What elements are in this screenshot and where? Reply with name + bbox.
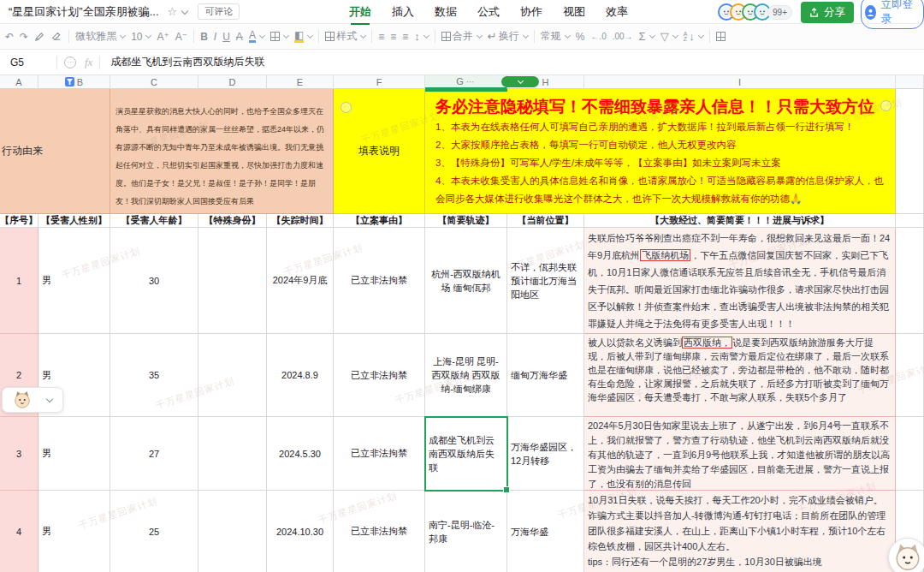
cell-special[interactable] bbox=[198, 417, 267, 491]
cell-intro-text[interactable]: 演员星星获救的消息大快人心的同时，也给予全国众多埋灭在角落中、具有同样遭遇的家属… bbox=[110, 89, 334, 214]
cell-detail[interactable]: 10月31日失联，说每天挨打，每天工作20小时，完不成业绩会被销户。诈骗方式主要… bbox=[584, 491, 896, 572]
menu-efficiency[interactable]: 效率 bbox=[606, 4, 628, 20]
collaborator-cursor-avatar[interactable] bbox=[888, 538, 924, 572]
cell-empty[interactable] bbox=[896, 334, 924, 417]
cell-route-selected[interactable]: 成都坐飞机到云南西双版纳后失联 bbox=[425, 417, 507, 491]
comment-marker-icon[interactable]: ⋯ bbox=[880, 100, 891, 111]
sort-button[interactable]: AZ↓ bbox=[684, 30, 703, 43]
field-header-special[interactable]: 【特殊身份】 bbox=[198, 214, 267, 228]
percent-format-button[interactable]: % bbox=[576, 31, 585, 43]
column-header-b[interactable]: B bbox=[38, 75, 110, 89]
column-header-d[interactable]: D bbox=[198, 75, 267, 89]
cell-reference-box[interactable]: G5 bbox=[10, 57, 50, 69]
field-header-location[interactable]: 【当前位置】 bbox=[507, 214, 584, 228]
bold-button[interactable]: B bbox=[200, 31, 208, 43]
cell-serial[interactable]: 3 bbox=[0, 417, 38, 491]
align-left-button[interactable]: ≡ bbox=[378, 31, 384, 43]
column-header-f[interactable]: F bbox=[334, 75, 425, 89]
menu-formula[interactable]: 公式 bbox=[477, 4, 500, 20]
cell-gender[interactable]: 男 bbox=[38, 491, 110, 572]
cell-age[interactable]: 27 bbox=[110, 417, 198, 491]
decrease-decimal-button[interactable]: ←.0 bbox=[590, 32, 606, 41]
cell-missing-time[interactable]: 2024.10.30 bbox=[267, 491, 334, 572]
document-title[interactable]: “星星回家计划”全国亲朋被骗... bbox=[9, 4, 159, 20]
login-button[interactable]: 立即登录 bbox=[861, 0, 924, 29]
number-format-select[interactable]: 常规 bbox=[541, 29, 570, 44]
align-center-button[interactable]: ≡ bbox=[390, 31, 396, 43]
comment-icon[interactable]: ⋯ bbox=[64, 57, 76, 69]
cell-route[interactable]: 杭州-西双版纳机场 缅甸佤邦 bbox=[425, 228, 507, 334]
cell-age[interactable]: 35 bbox=[110, 334, 198, 417]
sum-button[interactable]: Σ bbox=[639, 30, 654, 43]
star-icon[interactable]: ☆ bbox=[168, 5, 178, 18]
collaborator-avatars[interactable]: 99+ bbox=[723, 3, 792, 21]
cell-location[interactable]: 万海华盛 bbox=[507, 491, 584, 572]
menu-view[interactable]: 视图 bbox=[563, 4, 585, 20]
column-header-g[interactable]: G⋯ bbox=[425, 75, 507, 89]
column-header-i[interactable]: I bbox=[584, 75, 896, 89]
cell-location[interactable]: 缅甸万海华盛 bbox=[507, 334, 584, 417]
cell-age[interactable]: 30 bbox=[110, 228, 198, 334]
cell-case-status[interactable]: 已立非法拘禁 bbox=[334, 228, 425, 334]
format-painter-button[interactable] bbox=[34, 31, 45, 42]
strikethrough-button[interactable]: A bbox=[236, 31, 243, 43]
cell-detail[interactable]: 失联后恰巧爷爷刚查出癌症不到一年寿命，很想救回来见这最后一面！24年9月底杭州飞… bbox=[584, 228, 896, 334]
collaborator-count[interactable]: 99+ bbox=[767, 5, 792, 20]
field-header-detail[interactable]: 【大致经过、简要简要！！！进展与诉求】 bbox=[584, 214, 896, 228]
cell-special[interactable] bbox=[198, 228, 267, 334]
italic-button[interactable]: I bbox=[214, 31, 216, 43]
font-name-select[interactable]: 微软雅黑 bbox=[75, 29, 125, 44]
field-header-case[interactable]: 【立案事由】 bbox=[334, 214, 425, 228]
cell-missing-time[interactable]: 2024年9月底 bbox=[267, 228, 334, 334]
field-header-time[interactable]: 【失踪时间】 bbox=[267, 214, 334, 228]
cell-detail[interactable]: 2024年5月30日告知家里说去上班了，从遂宁出发，到6月4号一直联系不上，我们… bbox=[584, 417, 896, 491]
cell-case-status[interactable]: 已立非法拘禁 bbox=[334, 491, 425, 572]
cell-missing-time[interactable]: 2024.5.30 bbox=[267, 417, 334, 491]
cell-origin-label[interactable]: 行动由来 bbox=[0, 89, 110, 214]
cell-location[interactable]: 万海华盛园区，12月转移 bbox=[507, 417, 584, 491]
align-right-button[interactable]: ≡ bbox=[402, 31, 408, 43]
cell-style-button[interactable]: 样式 bbox=[325, 29, 365, 44]
field-header-age[interactable]: 【受害人年龄】 bbox=[110, 214, 198, 228]
column-header-j[interactable] bbox=[896, 75, 924, 89]
cell-empty[interactable] bbox=[896, 417, 924, 491]
field-header-route[interactable]: 【简要轨迹】 bbox=[425, 214, 507, 228]
cell-special[interactable] bbox=[198, 334, 267, 417]
cell-detail[interactable]: 被人以贷款名义诱骗到西双版纳，说是要到西双版纳旅游服务大厅提现，后被人带到了缅甸… bbox=[584, 334, 896, 417]
filter-active-icon[interactable] bbox=[65, 77, 74, 86]
cell-location[interactable]: 不详，佤邦失联预计缅北万海当阳地区 bbox=[507, 228, 584, 334]
font-increase-button[interactable]: A⁺ bbox=[157, 31, 169, 43]
field-header-gender[interactable]: 【受害人性别】 bbox=[38, 214, 110, 228]
cell-route[interactable]: 上海-昆明 昆明-西双版纳 西双版纳-缅甸绑康 bbox=[425, 334, 507, 417]
font-decrease-button[interactable]: A⁻ bbox=[175, 31, 187, 43]
menu-home[interactable]: 开始 bbox=[349, 4, 371, 20]
undo-button[interactable]: ↶ bbox=[5, 31, 14, 43]
cell-age[interactable]: 25 bbox=[110, 491, 198, 572]
cell-route[interactable]: 南宁-昆明-临沧-邦康 bbox=[425, 491, 507, 572]
cell-empty[interactable] bbox=[896, 228, 924, 334]
collaborator-cursor-chip[interactable] bbox=[2, 387, 63, 413]
merge-cells-button[interactable]: 合并 bbox=[441, 29, 482, 44]
cell-case-status[interactable]: 已立非法拘禁 bbox=[334, 417, 425, 491]
field-header-serial[interactable]: 【序号】 bbox=[0, 214, 38, 228]
menu-data[interactable]: 数据 bbox=[435, 4, 457, 20]
menu-collaborate[interactable]: 协作 bbox=[520, 4, 542, 20]
cell-notice[interactable]: 务必注意隐秘填写！不需细致暴露亲人信息！！只需大致方位 1、本表为在线表格任何人… bbox=[425, 89, 896, 214]
font-color-button[interactable]: A bbox=[249, 31, 264, 43]
cell-serial[interactable]: 4 bbox=[0, 491, 38, 572]
font-size-select[interactable]: 10 bbox=[131, 31, 151, 43]
cell-serial[interactable]: 1 bbox=[0, 228, 38, 334]
cell-empty[interactable] bbox=[896, 89, 924, 214]
border-button[interactable] bbox=[270, 32, 288, 41]
cell-missing-time[interactable]: 2024.8.9 bbox=[267, 334, 334, 417]
fill-color-button[interactable]: ◧ bbox=[294, 31, 312, 43]
filter-button[interactable]: ▽ bbox=[660, 30, 678, 43]
column-more-icon[interactable]: ⋯ bbox=[466, 77, 476, 86]
eraser-button[interactable] bbox=[51, 31, 62, 42]
rows-columns-button[interactable] bbox=[716, 32, 726, 41]
share-button[interactable]: 分享 bbox=[801, 2, 854, 23]
column-header-c[interactable]: C bbox=[110, 75, 198, 89]
chevron-down-icon[interactable] bbox=[181, 7, 188, 14]
vertical-align-button[interactable]: ↕ bbox=[414, 30, 429, 43]
cell-case-status[interactable]: 已立非法拘禁 bbox=[334, 334, 425, 417]
